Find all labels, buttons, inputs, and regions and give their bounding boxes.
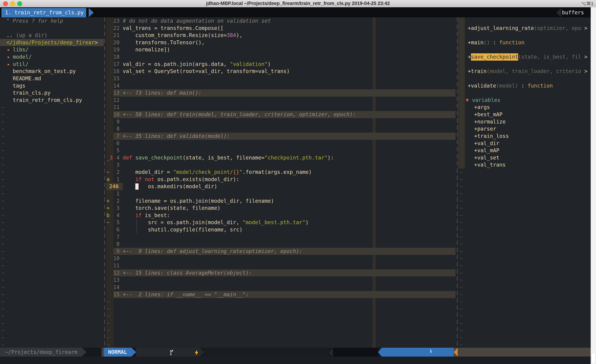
code-line[interactable]: 11 bbox=[106, 104, 456, 111]
code-line[interactable]: 6 shutil.copyfile(filename, src) bbox=[106, 226, 456, 233]
empty-line-tilde: ~ bbox=[0, 291, 104, 298]
tree-item-file[interactable]: train_retr_from_cls.py bbox=[0, 97, 104, 104]
vim-command-line[interactable] bbox=[0, 357, 591, 364]
statusline: ~/Projects/deep_firearm NORMAL +8 ~3 -3 … bbox=[0, 348, 591, 357]
folded-line[interactable]: 12+-- 15 lines: class AverageMeter(objec… bbox=[106, 269, 456, 277]
tree-item-dir[interactable]: ▸model/ bbox=[0, 53, 104, 61]
code-line[interactable]: 2~ model_dir = "model/check_point/{}".fo… bbox=[106, 168, 456, 176]
empty-line-tilde: ~ bbox=[458, 197, 591, 205]
code-line[interactable]: 8 bbox=[106, 125, 456, 132]
code-line[interactable]: 14 bbox=[106, 82, 456, 89]
window-title: jdhao-MBP.local ~/Projects/deep_firearm/… bbox=[0, 1, 596, 6]
window-separator-right[interactable] bbox=[457, 17, 458, 348]
tag-item-variable[interactable]: +train_loss bbox=[458, 132, 591, 140]
code-line[interactable]: 15 bbox=[106, 75, 456, 82]
tree-item-dir[interactable]: ▸util/ bbox=[0, 61, 104, 68]
window-separator-left[interactable] bbox=[104, 17, 105, 348]
code-line[interactable]: 1 bbox=[106, 190, 456, 197]
code-line[interactable]: 23# do not do data augmentation on valid… bbox=[106, 17, 456, 25]
tag-item-variable[interactable]: +best_mAP bbox=[458, 111, 591, 118]
code-line[interactable]: 19 normalize]) bbox=[106, 46, 456, 53]
empty-line-tilde: ~ bbox=[0, 255, 104, 262]
empty-line-tilde: ~ bbox=[106, 305, 456, 313]
tag-item-variable[interactable]: +val_trans bbox=[458, 161, 591, 168]
tag-item-variable[interactable]: +val_set bbox=[458, 154, 591, 161]
tag-item[interactable] bbox=[458, 75, 591, 82]
code-line[interactable]: 7 bbox=[106, 233, 456, 241]
tag-item[interactable] bbox=[458, 61, 591, 68]
tag-item[interactable]: +adjust_learning_rate(optimizer, epo> bbox=[458, 25, 591, 32]
empty-line-tilde: ~ bbox=[0, 341, 104, 349]
code-line[interactable]: 4b if is_best: bbox=[106, 212, 456, 219]
folded-line[interactable]: 7+-- 35 lines: def validate(model): bbox=[106, 132, 456, 140]
tag-item-variable[interactable]: +val_dir bbox=[458, 140, 591, 147]
nerdtree-sidebar[interactable]: " Press ? for help.. (up a dir)</jdhao/P… bbox=[0, 17, 104, 348]
empty-line-tilde: ~ bbox=[458, 248, 591, 255]
folded-line[interactable]: 9+-- 9 lines: def adjust_learning_rate(o… bbox=[106, 248, 456, 255]
code-line[interactable]: 5 bbox=[106, 147, 456, 154]
tree-item-file[interactable]: tags bbox=[0, 82, 104, 89]
empty-line-tilde: ~ bbox=[0, 233, 104, 241]
scrollbar-thumb[interactable] bbox=[591, 353, 596, 364]
code-line[interactable]: 1a if not os.path.exists(model_dir): bbox=[106, 176, 456, 183]
nerdtree-up-dir[interactable]: .. (up a dir) bbox=[0, 32, 104, 39]
tag-item[interactable]: +validate(model) : function bbox=[458, 82, 591, 89]
folded-line[interactable]: 15+-- 2 lines: if __name__ == "__main__"… bbox=[106, 291, 456, 298]
code-line[interactable]: 20 transforms.ToTensor(), bbox=[106, 39, 456, 46]
code-line[interactable]: 10 bbox=[106, 255, 456, 262]
scrollbar-track[interactable] bbox=[591, 7, 596, 364]
code-line[interactable]: 3 bbox=[106, 161, 456, 168]
empty-line-tilde: ~ bbox=[0, 132, 104, 140]
code-line[interactable]: 8 bbox=[106, 240, 456, 248]
empty-line-tilde: ~ bbox=[0, 118, 104, 125]
tag-item[interactable] bbox=[458, 46, 591, 53]
tree-item-file[interactable]: train_cls.py bbox=[0, 89, 104, 97]
tag-item-variable[interactable]: +args bbox=[458, 104, 591, 111]
tree-item-file[interactable]: README.md bbox=[0, 75, 104, 82]
code-line[interactable]: 3+ torch.save(state, filename) bbox=[106, 204, 456, 212]
code-line[interactable]: 11 bbox=[106, 262, 456, 269]
empty-line-tilde: ~ bbox=[0, 197, 104, 205]
tagbar-sidebar[interactable]: +adjust_learning_rate(optimizer, epo>+ma… bbox=[458, 17, 591, 348]
code-line[interactable]: 12 bbox=[106, 97, 456, 104]
empty-line-tilde: ~ bbox=[106, 341, 456, 349]
tag-item[interactable] bbox=[458, 32, 591, 39]
tag-item[interactable] bbox=[458, 89, 591, 97]
tag-item-variable[interactable]: +parser bbox=[458, 125, 591, 132]
empty-line-tilde: ~ bbox=[0, 125, 104, 132]
code-line[interactable]: 17val_dir = os.path.join(args.data, "val… bbox=[106, 61, 456, 68]
code-line[interactable]: 14 bbox=[106, 284, 456, 291]
tag-item[interactable]: +train(model, train_loader, criterio> bbox=[458, 68, 591, 75]
folded-line[interactable]: 13+-- 73 lines: def main(): bbox=[106, 89, 456, 97]
code-line[interactable]: 13 bbox=[106, 277, 456, 284]
code-line[interactable]: 18 bbox=[106, 53, 456, 61]
code-line[interactable]: 246 os.makedirs(model_dir) bbox=[106, 183, 456, 190]
buffer-tab[interactable]: 1. train_retr_from_cls.py bbox=[1, 8, 86, 17]
tag-item-variable[interactable]: +normalize bbox=[458, 118, 591, 125]
code-line[interactable]: 5~ src = os.path.join(model_dir, "model_… bbox=[106, 219, 456, 226]
mode-indicator: NORMAL bbox=[104, 348, 131, 357]
code-line[interactable]: 16val_set = QuerySet(root=val_dir, trans… bbox=[106, 68, 456, 75]
nerdtree-root[interactable]: </jdhao/Projects/deep_firear> bbox=[0, 39, 104, 46]
folded-line[interactable]: 10+-- 50 lines: def train(model, train_l… bbox=[106, 111, 456, 118]
tree-item-dir[interactable]: ▸libs/ bbox=[0, 46, 104, 53]
nerdtree-status-path: ~/Projects/deep_firearm bbox=[0, 349, 77, 355]
tagbar-section-header[interactable]: ▼variables bbox=[458, 97, 591, 104]
code-line[interactable]: 6 bbox=[106, 140, 456, 147]
tree-item-file[interactable]: benchmark_on_test.py bbox=[0, 68, 104, 75]
code-line[interactable]: 4_3def save_checkpoint(state, is_best, f… bbox=[106, 154, 456, 161]
tag-item[interactable]: +main() : function bbox=[458, 39, 591, 46]
tagbar-status-arrow bbox=[454, 348, 458, 357]
statusline-arrow bbox=[378, 348, 382, 357]
tag-item[interactable]: +save_checkpoint(state, is_best, fil> bbox=[458, 53, 591, 61]
tag-item[interactable] bbox=[458, 17, 591, 25]
tag-item-variable[interactable]: +val_mAP bbox=[458, 147, 591, 154]
empty-line-tilde: ~ bbox=[0, 204, 104, 212]
code-window[interactable]: 23# do not do data augmentation on valid… bbox=[106, 17, 456, 348]
code-line[interactable]: 9 bbox=[106, 118, 456, 125]
empty-line-tilde: ~ bbox=[0, 327, 104, 334]
code-line[interactable]: 21 custom_transform.Resize(size=384), bbox=[106, 32, 456, 39]
code-line[interactable]: 22val_trans = transforms.Compose([ bbox=[106, 25, 456, 32]
code-line[interactable]: 2+ filename = os.path.join(model_dir, fi… bbox=[106, 197, 456, 205]
empty-line-tilde: ~ bbox=[0, 104, 104, 111]
